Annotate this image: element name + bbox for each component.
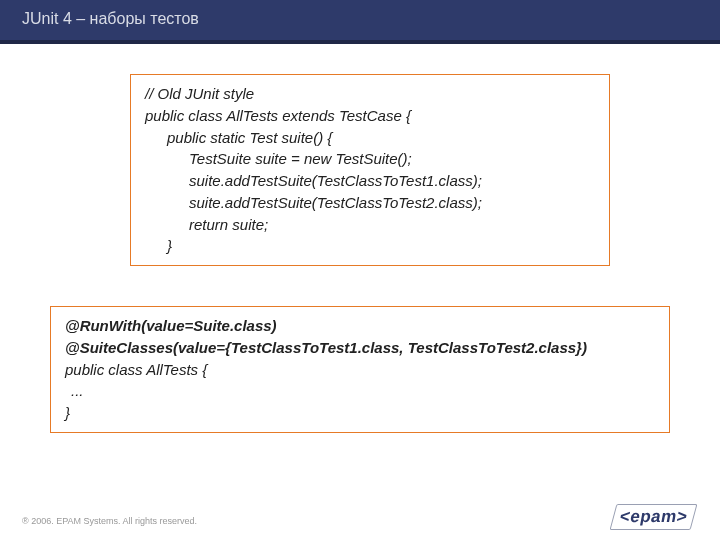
code-line: // Old JUnit style	[145, 83, 595, 105]
code-line: suite.addTestSuite(TestClassToTest1.clas…	[145, 170, 595, 192]
code-line: return suite;	[145, 214, 595, 236]
code-line: }	[65, 402, 655, 424]
code-line: public class AllTests {	[65, 359, 655, 381]
slide-title-bar: JUnit 4 – наборы тестов	[0, 0, 720, 44]
code-line: @SuiteClasses(value={TestClassToTest1.cl…	[65, 337, 655, 359]
code-line: }	[145, 235, 595, 257]
code-line: public static Test suite() {	[145, 127, 595, 149]
code-line: suite.addTestSuite(TestClassToTest2.clas…	[145, 192, 595, 214]
code-line: ...	[65, 380, 655, 402]
logo-text: <epam>	[618, 507, 689, 527]
epam-logo: <epam>	[613, 504, 694, 530]
code-line: TestSuite suite = new TestSuite();	[145, 148, 595, 170]
slide-title: JUnit 4 – наборы тестов	[22, 10, 199, 27]
code-block-new-style: @RunWith(value=Suite.class) @SuiteClasse…	[50, 306, 670, 433]
code-line: public class AllTests extends TestCase {	[145, 105, 595, 127]
code-block-old-style: // Old JUnit style public class AllTests…	[130, 74, 610, 266]
slide-content: // Old JUnit style public class AllTests…	[0, 44, 720, 433]
footer-copyright: ® 2006. EPAM Systems. All rights reserve…	[22, 516, 197, 526]
code-line: @RunWith(value=Suite.class)	[65, 315, 655, 337]
